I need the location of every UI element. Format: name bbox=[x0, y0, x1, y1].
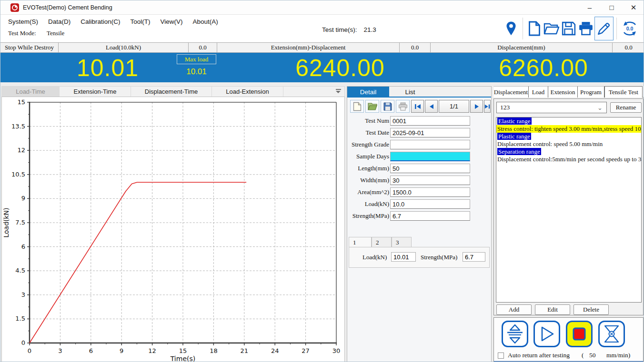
rename-button[interactable]: Rename bbox=[610, 102, 642, 113]
menu-item-data[interactable]: Data(D) bbox=[47, 16, 71, 28]
new-record-button[interactable] bbox=[350, 100, 364, 113]
menu-items: System(S) Data(D) Calibration(C) Tool(T)… bbox=[7, 16, 219, 28]
field-test-num-input[interactable] bbox=[390, 116, 470, 126]
sample-tab-3[interactable]: 3 bbox=[392, 237, 412, 247]
test-time: Test time(s):21.3 bbox=[322, 26, 376, 33]
nav-first-button[interactable] bbox=[411, 100, 424, 113]
jog-button[interactable] bbox=[502, 321, 528, 347]
app-window: EVOTest(Demo) Cement Bending – □ ✕ Syste… bbox=[0, 0, 644, 362]
readout-banner: 10.01 Max load 10.01 6240.00 6260.00 bbox=[0, 53, 644, 82]
tab-tensile-test[interactable]: Tensile Test bbox=[604, 86, 643, 98]
nav-next-button[interactable] bbox=[470, 100, 483, 113]
tab-program[interactable]: Program bbox=[578, 86, 604, 98]
status-load-label: Load(10.0kN) bbox=[59, 43, 189, 52]
field-row-area: Area(mm^2) bbox=[347, 187, 491, 197]
minimize-button[interactable]: – bbox=[579, 0, 601, 15]
extension-readout: 6240.00 bbox=[253, 53, 427, 82]
location-button[interactable] bbox=[503, 18, 520, 39]
record-toolbar: 1/1 bbox=[347, 99, 491, 114]
chart-collapse-icon[interactable] bbox=[335, 89, 342, 95]
tab-extension[interactable]: Extension bbox=[548, 86, 578, 98]
svg-text:18: 18 bbox=[210, 347, 218, 354]
tab-load-time[interactable]: Load-Time bbox=[2, 87, 60, 97]
field-sample-days-label: Sample Days bbox=[332, 153, 389, 160]
close-button[interactable]: ✕ bbox=[623, 0, 644, 15]
save-record-button[interactable] bbox=[381, 100, 394, 113]
save-icon bbox=[562, 21, 576, 36]
menu-item-calibration[interactable]: Calibration(C) bbox=[80, 16, 121, 28]
sample-tab-1[interactable]: 1 bbox=[349, 237, 372, 247]
nav-prev-button[interactable] bbox=[425, 100, 438, 113]
tab-list[interactable]: List bbox=[389, 87, 431, 98]
step-item[interactable]: Elastic range bbox=[496, 117, 641, 125]
tab-extension-time[interactable]: Extension-Time bbox=[60, 87, 131, 97]
toolbar: 0.0 bbox=[503, 16, 640, 41]
field-area-label: Area(mm^2) bbox=[332, 188, 389, 196]
auto-return-checkbox[interactable] bbox=[498, 352, 504, 359]
chart-svg: 03691215182124273001.534.567.5910.51213.… bbox=[2, 97, 343, 362]
svg-text:12: 12 bbox=[17, 147, 25, 154]
open-file-button[interactable] bbox=[543, 18, 560, 39]
field-area-input[interactable] bbox=[390, 187, 470, 197]
field-strength-grade-label: Strength Grade bbox=[332, 141, 389, 148]
menu-item-view[interactable]: View(V) bbox=[160, 16, 184, 28]
tab-load[interactable]: Load bbox=[529, 86, 548, 98]
tab-load-extension[interactable]: Load-Extension bbox=[212, 87, 283, 97]
field-length-input[interactable] bbox=[390, 164, 470, 173]
field-sample-days-input[interactable] bbox=[390, 152, 470, 161]
menu-bar: System(S) Data(D) Calibration(C) Tool(T)… bbox=[0, 15, 644, 42]
step-item[interactable]: Displacement control:5mm/min per second … bbox=[496, 156, 641, 163]
menu-item-tool[interactable]: Tool(T) bbox=[130, 16, 151, 28]
status-extension-label: Extension(mm)-Displacement bbox=[217, 43, 400, 52]
svg-text:Load(kN): Load(kN) bbox=[2, 207, 10, 237]
field-load-input[interactable] bbox=[390, 199, 470, 209]
tab-displacement[interactable]: Displacement bbox=[493, 86, 529, 98]
chevron-down-icon: ⌄ bbox=[597, 104, 603, 111]
result-load-input[interactable] bbox=[391, 252, 416, 262]
window-title: EVOTest(Demo) Cement Bending bbox=[23, 0, 112, 15]
add-button[interactable]: Add bbox=[496, 304, 532, 315]
edit-step-button[interactable]: Edit bbox=[535, 304, 570, 315]
step-item[interactable]: Separation range bbox=[496, 148, 641, 156]
print-button[interactable] bbox=[577, 18, 594, 39]
new-file-button[interactable] bbox=[526, 18, 543, 39]
tab-displacement-time[interactable]: Displacement-Time bbox=[131, 87, 212, 97]
step-item[interactable]: Plastic range bbox=[496, 133, 641, 140]
nav-first-icon bbox=[414, 104, 421, 109]
sample-tab-2[interactable]: 2 bbox=[372, 237, 392, 247]
start-button[interactable] bbox=[533, 321, 560, 347]
location-pin-icon bbox=[505, 20, 517, 37]
svg-text:3: 3 bbox=[58, 347, 62, 354]
field-width-input[interactable] bbox=[390, 176, 470, 185]
step-item[interactable]: Stress control: tighten speed 3.00 mm/mi… bbox=[496, 125, 641, 133]
field-test-date-label: Test Date bbox=[332, 129, 389, 137]
max-load-value: 10.01 bbox=[177, 67, 216, 77]
auto-return-row: Auto return after testing ( 50 mm/min) bbox=[498, 352, 641, 360]
stop-button[interactable] bbox=[566, 321, 593, 347]
nav-next-icon bbox=[474, 104, 479, 109]
result-strength-input[interactable] bbox=[463, 252, 485, 262]
hourglass-button[interactable] bbox=[598, 321, 625, 347]
print-record-button[interactable] bbox=[396, 100, 410, 113]
zero-reset-button[interactable]: 0.0 bbox=[620, 18, 640, 39]
field-strength-grade-input[interactable] bbox=[390, 140, 470, 149]
open-record-button[interactable] bbox=[365, 100, 379, 113]
tab-detail[interactable]: Detail bbox=[347, 87, 389, 98]
field-strength-input[interactable] bbox=[390, 211, 470, 221]
field-row-width: Width(mm) bbox=[347, 176, 491, 185]
status-load-small-value: 0.0 bbox=[189, 43, 217, 52]
scheme-select[interactable]: 123 ⌄ bbox=[496, 102, 607, 113]
menu-item-about[interactable]: About(A) bbox=[192, 16, 219, 28]
app-icon bbox=[10, 3, 19, 12]
page-indicator: 1/1 bbox=[439, 100, 469, 113]
step-item[interactable]: Displacement control: speed 5.00 mm/min bbox=[496, 140, 641, 148]
delete-button[interactable]: Delete bbox=[574, 304, 609, 315]
menu-item-system[interactable]: System(S) bbox=[7, 16, 39, 28]
edit-button[interactable] bbox=[594, 17, 614, 40]
save-button[interactable] bbox=[560, 18, 577, 39]
maximize-button[interactable]: □ bbox=[601, 0, 623, 15]
field-test-date-input[interactable] bbox=[390, 128, 470, 137]
field-length-label: Length(mm) bbox=[332, 165, 389, 172]
field-row-load: Load(kN) bbox=[347, 199, 491, 209]
nav-last-button[interactable] bbox=[484, 100, 491, 113]
